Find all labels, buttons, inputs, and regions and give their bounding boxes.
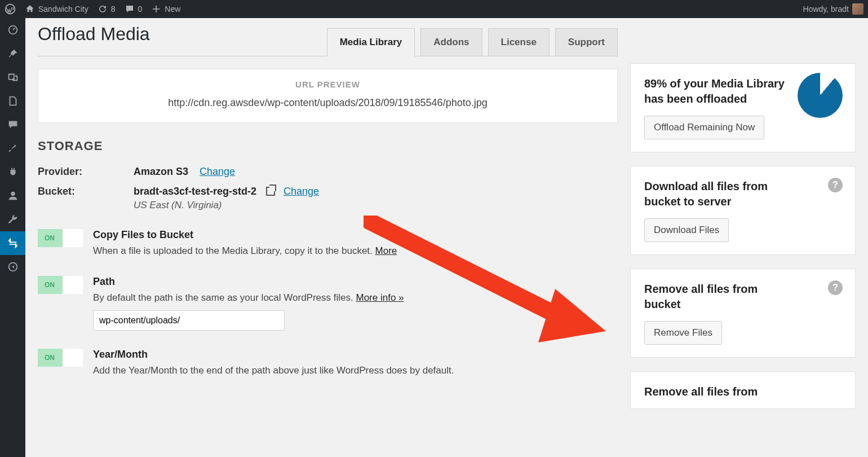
comment-icon <box>7 118 19 131</box>
bucket-label: Bucket: <box>38 186 134 211</box>
bucket-value: bradt-as3cf-test-reg-std-2 <box>134 186 256 197</box>
help-icon[interactable]: ? <box>828 178 843 192</box>
copy-more-link[interactable]: More <box>375 245 397 256</box>
wordpress-icon <box>5 3 16 15</box>
refresh-icon <box>98 4 108 14</box>
url-preview-value: http://cdn.reg.awsdev/wp-content/uploads… <box>50 97 606 109</box>
sidebar-users[interactable] <box>0 184 25 208</box>
comments-link[interactable]: 0 <box>125 4 143 14</box>
path-more-link[interactable]: More info » <box>356 292 404 303</box>
howdy-text: Howdy, bradt <box>803 5 849 14</box>
brush-icon <box>7 142 19 155</box>
site-name: Sandwich City <box>38 5 88 14</box>
setting-path: ON Path By default the path is the same … <box>38 276 618 331</box>
url-preview-label: URL PREVIEW <box>50 80 606 89</box>
setting-year-month: ON Year/Month Add the Year/Month to the … <box>38 349 618 377</box>
remove2-title: Remove all files from <box>644 384 785 399</box>
home-icon <box>25 4 35 14</box>
card-remove: ? Remove all files from bucket Remove Fi… <box>630 269 856 358</box>
url-preview-box: URL PREVIEW http://cdn.reg.awsdev/wp-con… <box>38 69 618 123</box>
svg-point-2 <box>15 74 16 76</box>
tab-license[interactable]: License <box>488 28 550 56</box>
sidebar-media[interactable] <box>0 65 25 89</box>
offload-status-text: 89% of your Media Library has been offlo… <box>644 76 785 107</box>
plug-icon <box>7 166 19 178</box>
sidebar-pages[interactable] <box>0 89 25 113</box>
copy-desc: When a file is uploaded to the Media Lib… <box>93 244 618 258</box>
card-offload-status: 89% of your Media Library has been offlo… <box>630 63 856 152</box>
sidebar-appearance[interactable] <box>0 137 25 160</box>
bucket-row: Bucket: bradt-as3cf-test-reg-std-2 Chang… <box>38 186 618 211</box>
remove-files-button[interactable]: Remove Files <box>644 321 722 345</box>
change-provider-link[interactable]: Change <box>200 166 235 177</box>
provider-label: Provider: <box>38 166 134 178</box>
sidebar-collapse[interactable] <box>0 255 25 279</box>
path-desc: By default the path is the same as your … <box>93 291 618 305</box>
path-title: Path <box>93 276 618 288</box>
download-files-button[interactable]: Download Files <box>644 218 729 242</box>
transfer-icon <box>7 237 19 249</box>
storage-heading: STORAGE <box>38 139 618 153</box>
sidebar-offload-media[interactable] <box>0 231 25 255</box>
wrench-icon <box>7 213 19 226</box>
external-link-icon[interactable] <box>266 187 275 196</box>
path-input[interactable] <box>93 310 285 331</box>
offload-now-button[interactable]: Offload Remaining Now <box>644 116 764 139</box>
user-icon <box>7 190 19 202</box>
page-icon <box>7 95 19 107</box>
copy-title: Copy Files to Bucket <box>93 229 618 241</box>
help-icon[interactable]: ? <box>828 280 843 295</box>
sidebar-dashboard[interactable] <box>0 18 25 42</box>
tab-support[interactable]: Support <box>555 28 618 56</box>
sidebar-plugins[interactable] <box>0 160 25 184</box>
new-content-link[interactable]: New <box>151 4 180 14</box>
admin-bar: Sandwich City 8 0 New Howdy, bradt <box>0 0 868 18</box>
collapse-icon <box>7 261 19 273</box>
media-icon <box>7 71 19 84</box>
admin-sidebar <box>0 18 25 457</box>
tab-addons[interactable]: Addons <box>420 28 482 56</box>
sidebar-tools[interactable] <box>0 208 25 231</box>
avatar <box>852 3 863 15</box>
sidebar-comments[interactable] <box>0 113 25 137</box>
page-title: Offload Media <box>38 24 150 56</box>
user-menu[interactable]: Howdy, bradt <box>803 3 863 15</box>
year-month-title: Year/Month <box>93 349 618 361</box>
year-month-desc: Add the Year/Month to the end of the pat… <box>93 364 618 377</box>
toggle-copy-files[interactable]: ON <box>38 229 83 247</box>
change-bucket-link[interactable]: Change <box>284 186 319 197</box>
setting-copy-files: ON Copy Files to Bucket When a file is u… <box>38 229 618 258</box>
provider-value: Amazon S3 <box>134 166 188 177</box>
toggle-path[interactable]: ON <box>38 276 83 294</box>
svg-point-3 <box>11 192 15 196</box>
offload-pie-chart <box>798 73 843 118</box>
dashboard-icon <box>7 24 19 36</box>
sidebar-posts[interactable] <box>0 42 25 65</box>
plus-icon <box>151 4 161 14</box>
tabs: Media Library Addons License Support <box>327 28 618 56</box>
updates-link[interactable]: 8 <box>98 4 116 14</box>
pin-icon <box>7 47 19 60</box>
bucket-region: US East (N. Virginia) <box>134 200 319 211</box>
toggle-year-month[interactable]: ON <box>38 349 83 367</box>
updates-count: 8 <box>111 5 116 14</box>
wp-logo-menu[interactable] <box>5 3 16 15</box>
download-title: Download all files from bucket to server <box>644 179 785 209</box>
card-download: ? Download all files from bucket to serv… <box>630 166 856 255</box>
remove-title: Remove all files from bucket <box>644 282 785 312</box>
provider-row: Provider: Amazon S3 Change <box>38 166 618 178</box>
comment-icon <box>125 4 135 14</box>
comments-count: 0 <box>138 5 143 14</box>
new-label: New <box>165 5 180 14</box>
tab-media-library[interactable]: Media Library <box>327 28 415 56</box>
card-remove2: Remove all files from <box>630 371 856 409</box>
site-link[interactable]: Sandwich City <box>25 4 88 14</box>
